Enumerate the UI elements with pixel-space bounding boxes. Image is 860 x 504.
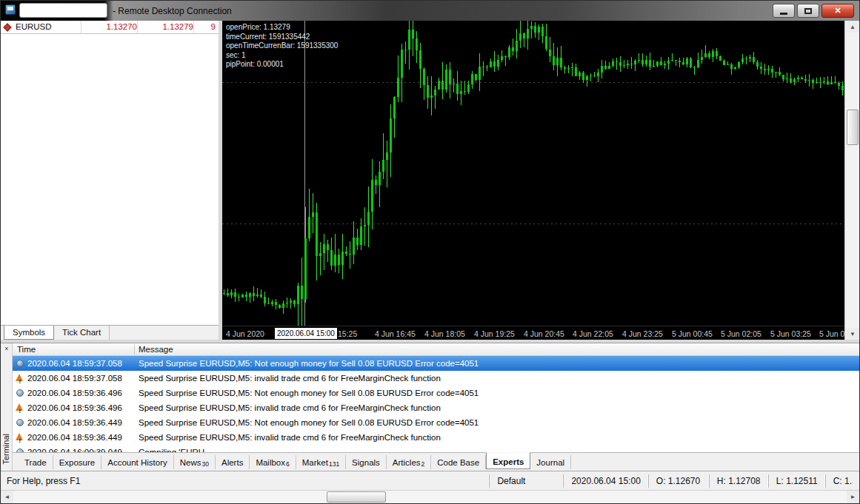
terminal-side-label: Terminal — [1, 434, 10, 465]
window-controls: ✕ — [773, 4, 854, 18]
terminal-header: Time Message — [13, 343, 859, 356]
log-message: Speed Surprise EURUSD,M5: invalid trade … — [139, 371, 441, 386]
terminal-tab[interactable]: Journal — [530, 455, 571, 469]
chart-overlay-line: sec: 1 — [226, 51, 338, 61]
terminal-tab[interactable]: Account History — [101, 455, 174, 469]
rdp-title-pill — [19, 3, 107, 18]
terminal-tab[interactable]: News 30 — [174, 455, 216, 469]
time-axis-label: 5 Jun 00:45 — [672, 329, 713, 338]
tab-label: Trade — [24, 457, 47, 468]
terminal-tab[interactable]: Signals — [346, 455, 387, 469]
terminal-close-button[interactable]: × — [2, 345, 11, 354]
terminal-tab[interactable]: Alerts — [216, 455, 250, 469]
tab-label: Experts — [493, 457, 524, 467]
left-tab[interactable]: Tick Chart — [54, 326, 110, 340]
terminal-tab[interactable]: Articles 2 — [387, 455, 431, 469]
tab-count: 2 — [421, 461, 425, 468]
log-time: 2020.06.04 18:59:36.449 — [27, 430, 122, 445]
spread-value: 9 — [195, 21, 216, 33]
status-cell: H: 1.12708 — [709, 474, 768, 488]
log-row[interactable]: 2020.06.04 18:59:36.449 Speed Surprise E… — [13, 415, 859, 430]
title-bar: - Remote Desktop Connection ✕ — [1, 1, 859, 21]
status-cell: L: 1.12511 — [768, 474, 825, 488]
chart-overlay-line: openPrice: 1.13279 — [226, 23, 338, 33]
log-row[interactable]: 2020.06.04 18:59:37.058 Speed Surprise E… — [13, 371, 859, 386]
log-message: Speed Surprise EURUSD,M5: Not enough mon… — [139, 415, 479, 430]
warning-icon — [16, 403, 24, 412]
left-tab-bar: SymbolsTick Chart — [1, 325, 219, 340]
time-axis-label: 4 Jun 20:45 — [524, 329, 564, 338]
info-icon — [16, 418, 24, 427]
tab-label: Articles — [393, 457, 421, 468]
terminal-tab[interactable]: Trade — [19, 455, 53, 469]
warning-icon — [16, 374, 24, 383]
tab-label: Market — [302, 457, 328, 468]
log-message: Speed Surprise EURUSD,M5: Not enough mon… — [139, 356, 479, 371]
terminal-tab[interactable]: Exposure — [53, 455, 102, 469]
time-axis-label: 4 Jun 22:05 — [573, 329, 613, 338]
close-button[interactable]: ✕ — [821, 4, 854, 18]
tab-label: Alerts — [221, 457, 243, 468]
tab-label: News — [180, 457, 201, 468]
column-divider — [193, 21, 194, 33]
status-help: For Help, press F1 — [1, 476, 489, 486]
restore-button[interactable] — [797, 4, 819, 18]
log-message: Compiling 'EURU — [139, 445, 204, 452]
terminal-tab[interactable]: Mailbox 6 — [250, 455, 296, 469]
info-icon — [16, 359, 24, 368]
symbol-row[interactable]: EURUSD 1.13270 1.13279 9 — [1, 21, 219, 34]
log-message: Speed Surprise EURUSD,M5: invalid trade … — [139, 430, 441, 445]
terminal-tab[interactable]: Experts — [486, 452, 530, 469]
terminal-rows: 2020.06.04 18:59:37.058 Speed Surprise E… — [13, 356, 859, 452]
left-tab[interactable]: Symbols — [4, 326, 54, 340]
ask-price: 1.13279 — [139, 21, 193, 33]
time-axis-selected: 2020.06.04 15:00 — [275, 328, 337, 339]
terminal-tab-bar: Trade Exposure Account History News 30 A… — [13, 452, 859, 471]
scroll-up-icon[interactable]: ▲ — [846, 21, 859, 33]
column-header-time[interactable]: Time — [17, 345, 36, 354]
terminal-side-strip: × Terminal — [1, 343, 13, 471]
close-icon: ✕ — [834, 6, 841, 16]
tab-label: Exposure — [59, 457, 96, 468]
column-header-message[interactable]: Message — [139, 345, 173, 354]
time-axis-label: 4 Jun 18:05 — [424, 329, 465, 338]
status-cells: Default2020.06.04 15:00O: 1.12670H: 1.12… — [489, 471, 859, 490]
symbol-name: EURUSD — [16, 21, 52, 33]
log-row[interactable]: 2020.06.04 18:59:36.449 Speed Surprise E… — [13, 430, 859, 445]
vertical-scroll-thumb[interactable] — [847, 110, 859, 145]
status-bar: For Help, press F1 Default2020.06.04 15:… — [1, 471, 859, 490]
time-axis-label: 5 Jun 03:25 — [770, 329, 811, 338]
status-cell: Default — [489, 474, 563, 488]
log-message: Speed Surprise EURUSD,M5: invalid trade … — [139, 400, 441, 415]
terminal-panel: × Terminal Time Message 2020.06.04 18:59… — [1, 343, 859, 471]
minimize-icon — [780, 13, 787, 15]
header-divider — [134, 345, 135, 355]
log-row[interactable]: 2020.06.04 18:59:36.496 Speed Surprise E… — [13, 400, 859, 415]
terminal-tab[interactable]: Market 131 — [296, 455, 346, 469]
scroll-left-icon[interactable]: ◄ — [1, 491, 13, 503]
log-row[interactable]: 2020.06.04 18:59:37.058 Speed Surprise E… — [13, 356, 859, 371]
status-cell: O: 1.12670 — [648, 474, 709, 488]
chart-overlay: openPrice: 1.13279timeCurrent: 159133544… — [226, 23, 338, 70]
market-watch-panel: EURUSD 1.13270 1.13279 9 SymbolsTick Cha… — [1, 21, 222, 340]
terminal-tab[interactable]: Code Base — [431, 455, 486, 469]
column-divider — [137, 21, 138, 33]
log-row[interactable]: 2020.06.04 16:00:39.049 Compiling 'EURU — [13, 445, 859, 452]
log-time: 2020.06.04 16:00:39.049 — [27, 445, 122, 452]
tab-label: Journal — [536, 457, 564, 468]
warning-icon — [16, 433, 24, 442]
chart-vertical-scrollbar[interactable]: ▲ ▼ — [844, 21, 859, 340]
scroll-down-icon[interactable]: ▼ — [846, 328, 859, 340]
horizontal-scroll-thumb[interactable] — [327, 491, 386, 503]
log-row[interactable]: 2020.06.04 18:59:36.496 Speed Surprise E… — [13, 386, 859, 400]
minimize-button[interactable] — [773, 4, 795, 18]
log-time: 2020.06.04 18:59:36.449 — [27, 415, 122, 430]
time-axis-label: 4 Jun 19:25 — [474, 329, 515, 338]
column-divider — [81, 21, 81, 33]
horizontal-scrollbar[interactable]: ◄ ► — [1, 490, 859, 503]
app-icon — [5, 4, 16, 15]
tab-count: 131 — [329, 461, 339, 468]
log-time: 2020.06.04 18:59:37.058 — [27, 356, 122, 371]
scroll-right-icon[interactable]: ► — [847, 491, 859, 503]
time-axis-label: 4 Jun 16:45 — [375, 329, 416, 338]
